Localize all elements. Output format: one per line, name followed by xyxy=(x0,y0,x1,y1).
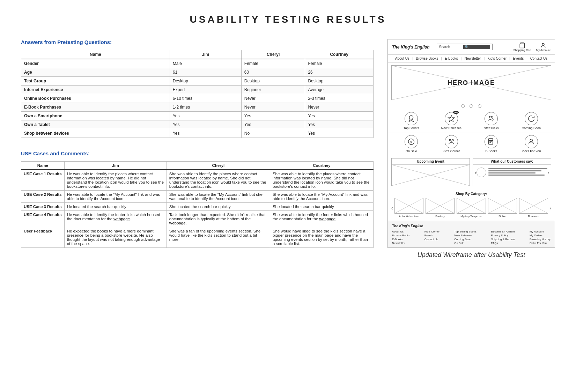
webpage-link[interactable]: webpage xyxy=(169,221,186,225)
use-case-label: USE Case 3 Results xyxy=(21,203,65,211)
nav-events[interactable]: Events xyxy=(510,57,527,60)
footer-link[interactable]: About Us xyxy=(392,230,410,233)
on-sale-icon: $ xyxy=(405,135,418,148)
use-case-row: USE Case 1 ResultsHe was able to identif… xyxy=(21,170,374,191)
nav-contact[interactable]: Contact Us xyxy=(527,57,550,60)
footer-link[interactable]: Coming Soon xyxy=(454,238,477,241)
row-cell: Yes xyxy=(170,112,241,120)
nav-kids[interactable]: Kid's Corner xyxy=(485,57,509,60)
row-cell: Yes xyxy=(241,112,305,120)
cat-kids-corner[interactable]: Kid's Corner xyxy=(441,135,462,153)
use-case-cell: She was able to locate the "My Account" … xyxy=(167,191,270,203)
staff-picks-icon xyxy=(485,112,498,125)
nav-about[interactable]: About Us xyxy=(392,57,412,60)
footer-link[interactable]: FAQs xyxy=(491,242,515,245)
table-row: Internet ExperienceExpertBeginnerAverage xyxy=(21,86,374,94)
row-cell: Male xyxy=(170,59,241,68)
shop-next-arrow[interactable]: › xyxy=(549,205,551,211)
use-cases-title: USE Cases and Comments: xyxy=(21,150,374,156)
footer-link[interactable]: Privacy Policy xyxy=(491,234,515,237)
svg-point-12 xyxy=(451,142,452,143)
cat-ebooks-label: E-Books xyxy=(485,149,497,153)
dot-2[interactable] xyxy=(470,104,473,108)
wf-cart-icon-item[interactable]: Shopping Cart xyxy=(513,42,531,52)
table-row: Age616026 xyxy=(21,68,374,77)
shop-category-item[interactable]: Romance xyxy=(519,198,548,218)
shop-prev-arrow[interactable]: ‹ xyxy=(391,205,393,211)
col-courtney: Courtney xyxy=(305,50,374,59)
nav-newsletter[interactable]: Newsletter xyxy=(461,57,483,60)
nav-ebooks[interactable]: E-Books xyxy=(442,57,461,60)
customers-next-arrow[interactable]: › xyxy=(547,170,549,175)
shop-category-item[interactable]: Action/Adventure xyxy=(394,198,423,218)
page-title: USABILITY TESTING RESULTS xyxy=(21,14,555,25)
webpage-link[interactable]: webpage xyxy=(319,217,336,221)
nav-browse[interactable]: Browse Books xyxy=(413,57,441,60)
col-name: Name xyxy=(21,50,170,59)
pretesting-title: Answers from Pretesting Questions: xyxy=(21,39,374,45)
footer-link[interactable]: Become an Affiliate xyxy=(491,230,515,233)
upcoming-label: Upcoming Event xyxy=(392,158,470,165)
footer-link[interactable]: Contact Us xyxy=(424,238,440,241)
picks-for-you-icon xyxy=(525,135,538,148)
use-case-cell: He expected the books to have a more dom… xyxy=(64,227,167,248)
coming-soon-icon xyxy=(525,112,538,125)
wf-hero: HERO IMAGE xyxy=(391,65,551,100)
footer-link[interactable]: My Orders xyxy=(530,234,551,237)
row-cell: Expert xyxy=(170,86,241,94)
footer-link[interactable]: On Sale xyxy=(454,242,477,245)
shop-category-item[interactable]: Fantasy xyxy=(426,198,455,218)
footer-link[interactable]: My Account xyxy=(530,230,551,233)
row-label: Shop between devices xyxy=(21,129,170,138)
cat-kids-label: Kid's Corner xyxy=(443,149,460,153)
cat-new-releases[interactable]: new New Releases xyxy=(441,112,462,130)
cat-top-sellers[interactable]: Top Sellers xyxy=(401,112,422,130)
footer-link[interactable]: Shipping & Returns xyxy=(491,238,515,241)
row-cell: 61 xyxy=(170,68,241,77)
table-row: Online Book Purchases6-10 timesNever2-3 … xyxy=(21,94,374,103)
cat-picks-for-you[interactable]: Picks For You xyxy=(521,135,542,153)
row-cell: Never xyxy=(305,103,374,112)
cart-label: Shopping Cart xyxy=(513,49,531,52)
wf-logo: The King's English xyxy=(392,45,430,50)
row-cell: Female xyxy=(305,59,374,68)
webpage-link[interactable]: webpage xyxy=(113,217,130,221)
row-cell: 26 xyxy=(305,68,374,77)
dot-3[interactable] xyxy=(478,104,481,108)
use-case-row: USE Case 4 ResultsHe was able to identif… xyxy=(21,211,374,227)
row-label: Age xyxy=(21,68,170,77)
cat-on-sale[interactable]: $ On Sale xyxy=(401,135,422,153)
svg-point-10 xyxy=(449,139,451,141)
use-case-row: User FeedbackHe expected the books to ha… xyxy=(21,227,374,248)
row-cell: 1-2 times xyxy=(170,103,241,112)
shop-category-item[interactable]: Mystery/Suspense xyxy=(457,198,486,218)
cat-ebooks[interactable]: E-Books xyxy=(481,135,502,153)
svg-rect-13 xyxy=(489,139,493,145)
wf-upcoming-event: Upcoming Event xyxy=(391,158,470,186)
right-column: The King's English Search 🔍 Shopping Car… xyxy=(387,39,555,259)
reviewer-avatar xyxy=(477,168,486,177)
dot-1[interactable] xyxy=(461,104,465,108)
shop-category-label: Fantasy xyxy=(435,215,445,218)
wf-search-box[interactable]: Search 🔍 xyxy=(437,44,493,50)
footer-link[interactable]: Events xyxy=(424,234,440,237)
footer-link[interactable]: Newsletter xyxy=(392,242,410,245)
footer-link[interactable]: Browsing History xyxy=(530,238,551,241)
cat-on-sale-label: On Sale xyxy=(406,149,417,153)
table-row: Own a SmartphoneYesYesYes xyxy=(21,112,374,120)
shop-category-item[interactable]: Fiction xyxy=(488,198,517,218)
use-case-label: User Feedback xyxy=(21,227,65,248)
cat-staff-picks[interactable]: Staff Picks xyxy=(481,112,502,130)
footer-link[interactable]: Browse Books xyxy=(392,234,410,237)
row-cell: 60 xyxy=(241,68,305,77)
wf-account-icon-item[interactable]: My Account xyxy=(536,42,551,52)
footer-link[interactable]: Picks For You xyxy=(530,242,551,245)
cat-coming-soon[interactable]: Coming Soon xyxy=(521,112,542,130)
footer-link[interactable]: E-Books xyxy=(392,238,410,241)
footer-link[interactable]: Top Selling Books xyxy=(454,230,477,233)
shop-category-image xyxy=(488,198,517,214)
row-label: Online Book Purchases xyxy=(21,94,170,103)
wf-header: The King's English Search 🔍 Shopping Car… xyxy=(388,39,555,55)
footer-link[interactable]: Kid's Corner xyxy=(424,230,440,233)
footer-link[interactable]: New Releases xyxy=(454,234,477,237)
